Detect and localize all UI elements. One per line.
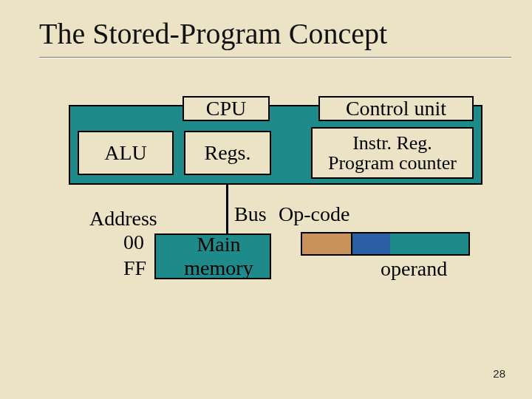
address-label: Address — [89, 207, 157, 231]
regs-label: Regs. — [205, 142, 251, 163]
alu-box: ALU — [78, 131, 174, 175]
program-counter-label: Program counter — [328, 153, 457, 173]
control-regs-box: Instr. Reg. Program counter — [311, 127, 474, 179]
operand-cell-1 — [351, 232, 392, 256]
cpu-header-label: CPU — [206, 98, 246, 119]
slide-title: The Stored-Program Concept — [39, 16, 511, 55]
operand-cell-2 — [390, 232, 431, 256]
cpu-header-box: CPU — [183, 96, 270, 121]
addr-end-label: FF — [123, 256, 146, 280]
control-unit-label: Control unit — [346, 98, 446, 119]
page-number: 28 — [493, 367, 505, 380]
bus-label: Bus — [234, 202, 267, 226]
bus-line — [226, 185, 228, 235]
title-rule — [39, 57, 511, 58]
operand-label: operand — [381, 257, 447, 281]
memory-label: Main memory — [171, 233, 267, 280]
memory-label-line1: Main — [171, 233, 267, 256]
memory-label-line2: memory — [171, 256, 267, 280]
control-unit-box: Control unit — [318, 96, 474, 121]
opcode-cell — [301, 232, 352, 256]
opcode-label: Op-code — [279, 202, 349, 226]
operand-cell-3 — [429, 232, 470, 256]
addr-start-label: 00 — [123, 231, 144, 254]
instr-reg-label: Instr. Reg. — [352, 133, 432, 153]
instruction-row — [301, 232, 470, 256]
regs-box: Regs. — [184, 131, 271, 175]
alu-label: ALU — [104, 142, 147, 163]
